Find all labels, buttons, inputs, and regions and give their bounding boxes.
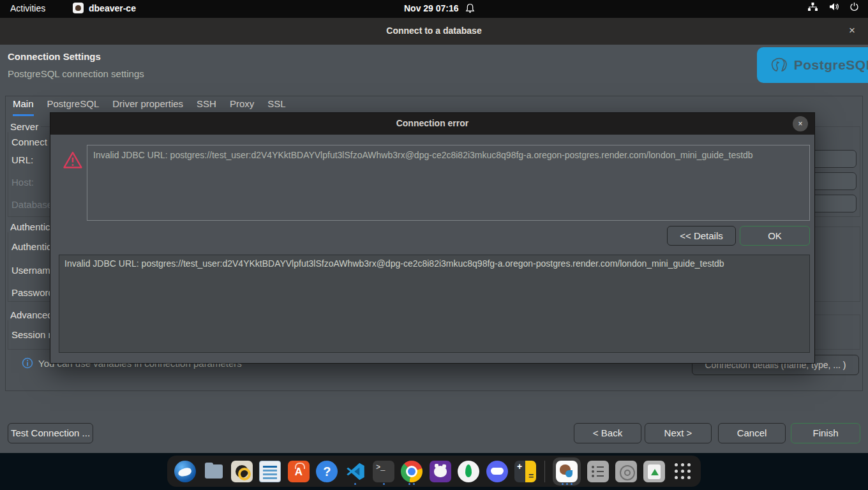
- app-grid-icon: [673, 461, 692, 481]
- dock-app-grid[interactable]: [671, 457, 694, 486]
- dock-thunderbird[interactable]: [174, 457, 197, 486]
- dock-calculator[interactable]: [514, 457, 537, 486]
- dock-separator: [544, 461, 545, 482]
- focused-app-menu[interactable]: dbeaver-ce: [73, 3, 136, 13]
- dock-mongodb[interactable]: [457, 457, 480, 486]
- details-toggle-button[interactable]: << Details: [667, 226, 736, 246]
- terminal-icon: [373, 461, 394, 482]
- host-label: Host:: [11, 177, 34, 188]
- database-label: Database: [11, 199, 52, 210]
- dock-disks[interactable]: [615, 457, 638, 486]
- github-icon: [430, 461, 451, 482]
- system-status-area[interactable]: [807, 2, 859, 11]
- trash-icon: [643, 461, 665, 482]
- error-dialog-title-bar[interactable]: Connection error ×: [50, 113, 814, 135]
- window-title: Connect to a database: [0, 26, 868, 36]
- rhythmbox-icon: [231, 461, 253, 482]
- dock-vscode[interactable]: [343, 457, 366, 486]
- vscode-icon: [345, 461, 366, 482]
- window-title-bar[interactable]: Connect to a database ×: [0, 18, 868, 45]
- info-icon: [22, 357, 33, 369]
- clock-label: Nov 29 07:16: [404, 3, 459, 13]
- wizard-header: Connection Settings PostgreSQL connectio…: [0, 45, 868, 91]
- error-message-box[interactable]: Invalid JDBC URL: postgres://test_user:d…: [87, 145, 810, 221]
- disks-icon: [615, 461, 637, 482]
- postgresql-elephant-icon: [768, 53, 790, 77]
- dock-files[interactable]: [202, 457, 225, 486]
- back-button[interactable]: < Back: [574, 423, 641, 443]
- warning-triangle-icon: [63, 150, 83, 170]
- window-close-button[interactable]: ×: [845, 24, 859, 38]
- error-details-textarea[interactable]: Invalid JDBC URL: postgres://test_user:d…: [59, 255, 810, 353]
- libreoffice-writer-icon: [259, 461, 281, 482]
- dock-github[interactable]: [429, 457, 452, 486]
- dock-rhythmbox[interactable]: [230, 457, 253, 486]
- dock-help[interactable]: [315, 457, 338, 486]
- page-title: Connection Settings: [8, 51, 101, 62]
- ok-button[interactable]: OK: [740, 226, 810, 246]
- error-dialog-title: Connection error: [50, 118, 814, 128]
- cancel-button[interactable]: Cancel: [718, 423, 786, 443]
- postgresql-logo: PostgreSQL: [757, 47, 868, 83]
- dock-dbeaver[interactable]: [553, 457, 581, 486]
- ubuntu-software-icon: [288, 461, 310, 482]
- dock-libreoffice-writer[interactable]: [258, 457, 281, 486]
- dock-settings[interactable]: [586, 457, 609, 486]
- system-top-bar: Activities dbeaver-ce Nov 29 07:16: [0, 0, 868, 18]
- dock-terminal[interactable]: [372, 457, 395, 486]
- dbeaver-app-icon: [73, 3, 84, 13]
- dock-chrome[interactable]: [400, 457, 423, 486]
- help-icon: [316, 461, 338, 482]
- thunderbird-icon: [174, 461, 196, 482]
- mongodb-icon: [458, 461, 479, 482]
- next-button[interactable]: Next >: [645, 423, 712, 443]
- network-icon: [807, 2, 818, 11]
- server-group-label: Server: [8, 121, 41, 132]
- dock-ubuntu-software[interactable]: [287, 457, 310, 486]
- dock-discord[interactable]: [485, 457, 508, 486]
- dbeaver-icon: [556, 461, 578, 482]
- calculator-icon: [514, 461, 536, 482]
- dock: [167, 456, 701, 487]
- discord-icon: [486, 461, 508, 482]
- page-subtitle: PostgreSQL connection settings: [8, 68, 144, 79]
- error-dialog-close-button[interactable]: ×: [793, 116, 808, 131]
- activities-button[interactable]: Activities: [10, 3, 45, 13]
- test-connection-button[interactable]: Test Connection ...: [8, 423, 93, 443]
- url-label: URL:: [11, 154, 33, 165]
- postgresql-logo-text: PostgreSQL: [794, 57, 868, 73]
- dock-trash[interactable]: [643, 457, 666, 486]
- focused-app-label: dbeaver-ce: [89, 3, 136, 13]
- screen: Activities dbeaver-ce Nov 29 07:16 Conne…: [0, 0, 868, 490]
- tab-main[interactable]: Main: [13, 98, 34, 116]
- chrome-icon: [401, 461, 423, 482]
- clock-menu[interactable]: Nov 29 07:16: [404, 3, 475, 13]
- finish-button[interactable]: Finish: [791, 423, 860, 443]
- settings-icon: [587, 461, 609, 482]
- power-icon: [849, 2, 859, 11]
- volume-icon: [828, 2, 839, 11]
- connection-error-dialog: Connection error × Invalid JDBC URL: pos…: [50, 112, 815, 364]
- advanced-group-label: Advanced: [8, 309, 56, 320]
- files-folder-icon: [203, 461, 225, 482]
- notification-bell-icon: [465, 3, 475, 13]
